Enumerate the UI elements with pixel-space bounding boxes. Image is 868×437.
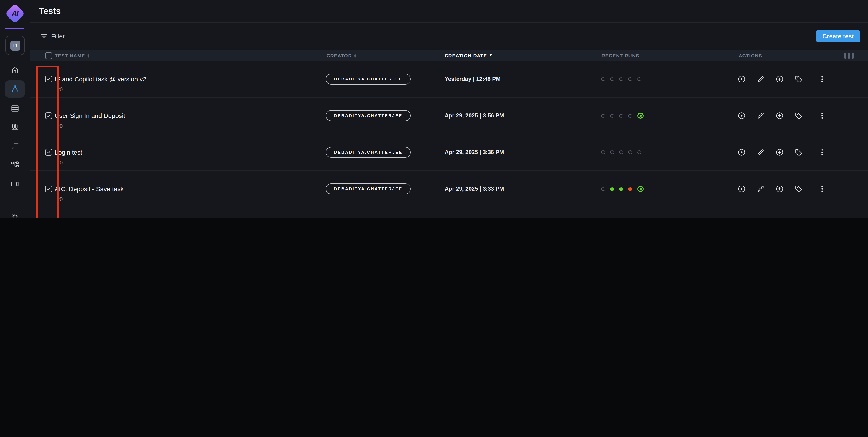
column-test-name[interactable]: TEST NAME ▲▼ — [55, 53, 90, 58]
creation-date: Apr 29, 2025 | 3:33 PM — [445, 186, 504, 192]
run-play-icon[interactable] — [737, 148, 746, 157]
run-status-dot-empty — [610, 114, 614, 117]
column-recent-runs: RECENT RUNS — [601, 53, 639, 58]
edit-pencil-icon[interactable] — [756, 111, 765, 120]
row-actions — [737, 75, 827, 83]
sort-desc-icon: ▼ — [489, 53, 493, 57]
more-kebab-icon[interactable] — [818, 75, 827, 83]
column-actions: ACTIONS — [739, 53, 762, 58]
sort-icon: ▲▼ — [87, 53, 90, 58]
more-kebab-icon[interactable] — [818, 111, 827, 120]
test-name[interactable]: Login test — [55, 149, 82, 156]
sort-icon: ▲▼ — [354, 53, 357, 58]
creator-badge: DEBADITYA.CHATTERJEE — [326, 74, 411, 85]
tag-icon[interactable] — [794, 75, 803, 83]
run-status-dot-empty — [601, 150, 605, 154]
more-kebab-icon[interactable] — [818, 148, 827, 157]
creator-badge: DEBADITYA.CHATTERJEE — [326, 110, 411, 121]
sidebar-item-home[interactable] — [5, 62, 25, 79]
add-plus-icon[interactable] — [775, 148, 784, 157]
home-icon — [10, 66, 20, 75]
filter-button[interactable]: Filter — [40, 30, 65, 42]
run-play-icon[interactable] — [737, 184, 746, 193]
sidebar-item-tests[interactable] — [5, 80, 25, 98]
test-name[interactable]: AIC: Deposit - Save task — [55, 185, 124, 193]
page-title: Tests — [39, 6, 61, 16]
logo-letters: AI — [6, 4, 24, 23]
recent-runs — [601, 150, 641, 154]
tag-icon[interactable] — [794, 111, 803, 120]
create-test-button[interactable]: Create test — [816, 30, 860, 42]
edit-pencil-icon[interactable] — [756, 75, 765, 83]
tag-icon[interactable] — [794, 148, 803, 157]
tag-icon[interactable] — [794, 184, 803, 193]
run-status-dot-empty — [601, 77, 605, 81]
sidebar-item-suites[interactable] — [5, 100, 25, 117]
table-row: AI Task Save v0 DEBADITYA.CHATTERJEE Apr… — [30, 207, 868, 218]
columns-settings-icon[interactable] — [844, 53, 854, 58]
test-tubes-icon — [10, 122, 20, 131]
workspace-badge: D — [10, 40, 20, 51]
app-logo-icon[interactable]: AI — [6, 4, 24, 23]
recent-runs — [601, 186, 644, 192]
run-play-icon[interactable] — [737, 111, 746, 120]
table-row: AIC: Deposit - Save task v0 DEBADITYA.CH… — [30, 171, 868, 207]
run-status-dot-green — [610, 187, 614, 191]
creation-date: Apr 29, 2025 | 3:36 PM — [445, 149, 504, 156]
row-actions — [737, 111, 827, 120]
title-bar: Tests — [30, 0, 868, 23]
edit-pencil-icon[interactable] — [756, 148, 765, 157]
run-status-dot-orange — [628, 187, 632, 191]
creator-badge: DEBADITYA.CHATTERJEE — [326, 147, 411, 158]
run-status-dot-green-latest — [637, 186, 644, 192]
sidebar-item-runs-list[interactable] — [5, 137, 25, 155]
run-status-dot-empty — [601, 187, 605, 191]
table-header: TEST NAME ▲▼ CREATOR ▲▼ CREATION DATE ▼ … — [30, 50, 868, 61]
run-status-dot-empty — [610, 150, 614, 154]
column-creator[interactable]: CREATOR ▲▼ — [327, 53, 357, 58]
sidebar-divider — [5, 201, 24, 201]
run-status-dot-empty — [619, 150, 623, 154]
run-play-icon[interactable] — [737, 75, 746, 83]
run-status-dot-empty — [628, 150, 632, 154]
recent-runs — [601, 77, 641, 81]
table-row: User Sign In and Deposit v0 DEBADITYA.CH… — [30, 98, 868, 134]
test-rows: IF and Copilot task @ version v2 v0 DEBA… — [30, 61, 868, 218]
creation-date: Yesterday | 12:48 PM — [445, 76, 500, 82]
table-icon — [10, 104, 20, 113]
main-content: Tests Filter Create test TEST NAME ▲▼ CR… — [30, 0, 868, 218]
edit-pencil-icon[interactable] — [756, 184, 765, 193]
row-actions — [737, 184, 827, 193]
add-plus-icon[interactable] — [775, 111, 784, 120]
sidebar-item-settings[interactable] — [5, 208, 25, 218]
tests-flask-icon — [10, 85, 20, 94]
run-status-dot-green-latest — [637, 113, 644, 119]
workflow-icon — [10, 160, 20, 169]
table-row: Login test v0 DEBADITYA.CHATTERJEE Apr 2… — [30, 134, 868, 171]
add-plus-icon[interactable] — [775, 75, 784, 83]
run-status-dot-empty — [610, 77, 614, 81]
more-kebab-icon[interactable] — [818, 184, 827, 193]
recordings-icon — [10, 179, 20, 188]
settings-gear-icon — [10, 212, 20, 218]
filter-label: Filter — [51, 33, 65, 39]
creator-badge: DEBADITYA.CHATTERJEE — [326, 183, 411, 194]
run-status-dot-empty — [601, 114, 605, 117]
add-plus-icon[interactable] — [775, 184, 784, 193]
annotation-highlight-rectangle — [36, 66, 59, 218]
sidebar-item-recordings[interactable] — [5, 175, 25, 192]
sidebar-item-workflows[interactable] — [5, 156, 25, 173]
app-window: AI D DC — [0, 0, 868, 218]
column-creation-date[interactable]: CREATION DATE ▼ — [445, 53, 493, 58]
workspace-switcher[interactable]: D — [5, 36, 25, 55]
select-all-checkbox[interactable] — [45, 52, 52, 59]
run-status-dot-empty — [619, 77, 623, 81]
run-status-dot-empty — [637, 77, 641, 81]
sidebar-item-samples[interactable] — [5, 118, 25, 135]
recent-runs — [601, 113, 644, 119]
test-name[interactable]: User Sign In and Deposit — [55, 112, 125, 119]
test-name[interactable]: IF and Copilot task @ version v2 — [55, 75, 146, 83]
run-status-dot-empty — [628, 77, 632, 81]
creation-date: Apr 29, 2025 | 3:56 PM — [445, 112, 504, 119]
table-row: IF and Copilot task @ version v2 v0 DEBA… — [30, 61, 868, 98]
